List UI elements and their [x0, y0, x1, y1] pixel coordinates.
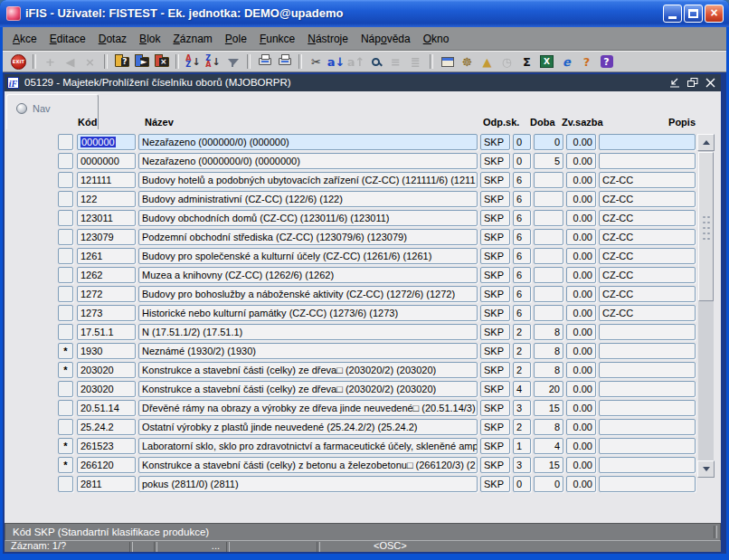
cell-sazba[interactable]: 0.00 — [566, 343, 596, 359]
cell-nazev[interactable]: Dřevěné rámy na obrazy a výrobky ze dřev… — [138, 400, 478, 416]
scroll-up-button[interactable] — [697, 134, 715, 151]
cell-popis[interactable] — [599, 438, 696, 454]
cell-kod[interactable]: 20.51.14 — [77, 400, 136, 416]
cell-sazba[interactable]: 0.00 — [566, 324, 596, 340]
cell-sazba[interactable]: 0.00 — [566, 419, 596, 435]
nav-radio-button[interactable] — [16, 103, 27, 114]
cell-nazev[interactable]: Budovy obchodních domů (CZ-CC) (123011/6… — [138, 210, 478, 226]
form-close-button[interactable] — [705, 77, 716, 89]
window-titlebar[interactable]: iFIS - Uživatel: FISTEST - Ek. jednotka:… — [0, 0, 729, 27]
cell-sazba[interactable]: 0.00 — [566, 191, 596, 207]
cell-doba[interactable] — [534, 191, 563, 207]
cell-kod[interactable]: 2811 — [77, 476, 136, 492]
cell-odpsk[interactable]: 6 — [513, 210, 531, 226]
record-indicator[interactable] — [58, 419, 73, 435]
record-indicator[interactable] — [58, 400, 73, 416]
cell-doba[interactable]: 8 — [534, 362, 563, 378]
cell-odpsk[interactable]: 2 — [513, 362, 531, 378]
cell-odpsk[interactable]: 2 — [513, 343, 531, 359]
detail-card-button[interactable] — [438, 52, 457, 71]
cell-odpsk[interactable]: 3 — [513, 457, 531, 473]
cell-skp[interactable]: SKP — [480, 457, 510, 473]
cell-skp[interactable]: SKP — [480, 476, 510, 492]
cell-odpsk[interactable]: 3 — [513, 400, 531, 416]
menu-dotaz[interactable]: Dotaz — [92, 33, 133, 45]
cell-kod[interactable]: 123079 — [77, 229, 136, 245]
cell-kod[interactable]: 123011 — [77, 210, 136, 226]
help-button[interactable]: ? — [597, 52, 616, 71]
cell-skp[interactable]: SKP — [480, 210, 510, 226]
cell-odpsk[interactable]: 1 — [513, 438, 531, 454]
cell-kod[interactable]: 25.24.2 — [77, 419, 136, 435]
cell-skp[interactable]: SKP — [480, 324, 510, 340]
cell-sazba[interactable]: 0.00 — [566, 438, 596, 454]
cell-popis[interactable] — [599, 457, 696, 473]
cell-kod[interactable]: 203020 — [77, 362, 136, 378]
record-indicator[interactable] — [58, 286, 73, 302]
form-titlebar[interactable]: iF 05129 - Majetek/Prohlížení číselníku … — [5, 74, 721, 91]
cell-doba[interactable]: 15 — [534, 457, 563, 473]
cell-sazba[interactable]: 0.00 — [566, 229, 596, 245]
form-restore-button[interactable] — [686, 77, 698, 89]
cell-sazba[interactable]: 0.00 — [566, 381, 596, 397]
cell-popis[interactable]: CZ-CC — [599, 286, 696, 302]
record-indicator[interactable] — [58, 324, 73, 340]
vertical-scrollbar[interactable] — [697, 134, 715, 478]
cell-kod[interactable]: 1930 — [77, 343, 136, 359]
cell-doba[interactable] — [534, 305, 563, 321]
record-indicator[interactable]: * — [58, 457, 73, 473]
cell-doba[interactable]: 20 — [534, 381, 563, 397]
record-indicator[interactable] — [58, 305, 73, 321]
cell-skp[interactable]: SKP — [480, 134, 510, 150]
cell-sazba[interactable]: 0.00 — [566, 362, 596, 378]
menu-okno[interactable]: Okno — [417, 33, 456, 45]
record-indicator[interactable]: * — [58, 438, 73, 454]
menu-pole[interactable]: Pole — [219, 33, 253, 45]
cell-sazba[interactable]: 0.00 — [566, 267, 596, 283]
cell-skp[interactable]: SKP — [480, 267, 510, 283]
cell-odpsk[interactable]: 2 — [513, 419, 531, 435]
record-indicator[interactable] — [58, 153, 73, 169]
sort-descending-button[interactable]: ZA↓ — [204, 52, 222, 71]
cell-nazev[interactable]: Neznámé (1930/2) (1930) — [138, 343, 478, 359]
cell-doba[interactable] — [534, 267, 563, 283]
cell-nazev[interactable]: Nezařazeno (0000000/0) (0000000) — [138, 153, 478, 169]
record-indicator[interactable] — [58, 134, 73, 150]
cell-nazev[interactable]: Konstrukce a stavební části (celky) ze d… — [138, 381, 478, 397]
record-indicator[interactable] — [58, 381, 73, 397]
cell-nazev[interactable]: N (17.51.1/2) (17.51.1) — [138, 324, 478, 340]
cell-doba[interactable] — [534, 210, 563, 226]
cell-skp[interactable]: SKP — [480, 400, 510, 416]
pyramid-button[interactable]: ▲ — [478, 52, 497, 71]
cell-nazev[interactable]: pokus (2811/0) (2811) — [138, 476, 478, 492]
cell-doba[interactable]: 8 — [534, 324, 563, 340]
sum-button[interactable]: Σ — [517, 52, 536, 71]
sort-ascending-button[interactable]: AZ↓ — [184, 52, 203, 71]
record-indicator[interactable]: * — [58, 343, 73, 359]
cell-kod[interactable]: 122 — [77, 191, 136, 207]
cell-skp[interactable]: SKP — [480, 438, 510, 454]
maximize-button[interactable] — [684, 5, 703, 23]
cell-popis[interactable]: CZ-CC — [599, 210, 696, 226]
cell-popis[interactable]: CZ-CC — [599, 191, 696, 207]
cell-popis[interactable]: CZ-CC — [599, 172, 696, 188]
menu-editace[interactable]: Editace — [43, 33, 92, 45]
cell-odpsk[interactable]: 6 — [513, 191, 531, 207]
cell-nazev[interactable]: Budovy hotelů a podobných ubytovacích za… — [138, 172, 478, 188]
cell-popis[interactable] — [599, 381, 696, 397]
menu-akce[interactable]: Akce — [6, 33, 43, 45]
cell-kod[interactable]: 17.51.1 — [77, 324, 136, 340]
cell-doba[interactable]: 8 — [534, 419, 563, 435]
cell-kod[interactable]: 1272 — [77, 286, 136, 302]
cell-sazba[interactable]: 0.00 — [566, 153, 596, 169]
cell-odpsk[interactable]: 2 — [513, 324, 531, 340]
cell-nazev[interactable]: Konstrukce a stavební části (celky) z be… — [138, 457, 478, 473]
cell-skp[interactable]: SKP — [480, 381, 510, 397]
cell-popis[interactable]: CZ-CC — [599, 267, 696, 283]
cell-popis[interactable]: CZ-CC — [599, 229, 696, 245]
form-minimize-button[interactable] — [668, 77, 680, 89]
cell-skp[interactable]: SKP — [480, 419, 510, 435]
exit-button[interactable]: EXIT — [9, 52, 28, 71]
cell-nazev[interactable]: Ostatní výrobky z plastů jinde neuvedené… — [138, 419, 478, 435]
cell-sazba[interactable]: 0.00 — [566, 210, 596, 226]
